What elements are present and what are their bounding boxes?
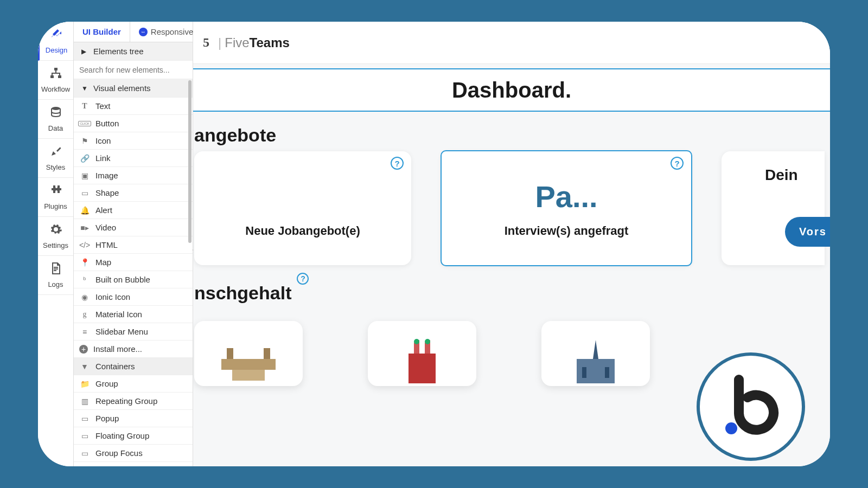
city-card-3[interactable]	[541, 321, 650, 386]
el-map[interactable]: 📍Map	[74, 254, 193, 271]
svg-point-11	[414, 339, 419, 344]
folder-icon: 📁	[79, 380, 90, 388]
link-icon: 🔗	[79, 154, 90, 163]
el-icon[interactable]: ⚑Icon	[74, 132, 193, 150]
text-icon: T	[79, 102, 90, 111]
app-window: Design Workflow Data Styles Plugins	[38, 22, 830, 466]
alert-icon: 🔔	[79, 206, 90, 215]
monument-icon	[216, 337, 281, 386]
svg-rect-2	[58, 75, 61, 78]
el-group[interactable]: 📁Group	[74, 375, 193, 393]
caret-right-icon: ▶	[81, 48, 88, 55]
svg-rect-5	[227, 348, 233, 359]
svg-rect-8	[409, 354, 436, 383]
containers-toggle[interactable]: ▼Containers	[74, 358, 193, 375]
tab-responsive[interactable]: ↔ Responsive	[130, 22, 202, 42]
svg-rect-16	[605, 367, 609, 378]
styles-icon	[49, 145, 62, 161]
rail-styles[interactable]: Styles	[38, 139, 73, 178]
el-html[interactable]: </>HTML	[74, 236, 193, 254]
rail-workflow[interactable]: Workflow	[38, 61, 73, 100]
menu-icon: ≡	[79, 328, 90, 336]
el-link[interactable]: 🔗Link	[74, 150, 193, 167]
visual-elements-toggle[interactable]: ▼ Visual elements	[74, 79, 193, 98]
el-alert[interactable]: 🔔Alert	[74, 202, 193, 219]
ionic-icon: ◉	[79, 293, 90, 301]
panel-tabs: UI Builder ↔ Responsive	[74, 22, 193, 42]
bubble-b-icon: ᵇ	[79, 275, 90, 284]
city-card-2[interactable]	[368, 321, 476, 386]
el-image[interactable]: ▣Image	[74, 167, 193, 184]
elements-tree-toggle[interactable]: ▶ Elements tree	[74, 42, 193, 61]
preview-button[interactable]: Vors	[785, 217, 830, 247]
repeating-group-icon: ▥	[79, 397, 90, 406]
el-floating-group[interactable]: ▭Floating Group	[74, 427, 193, 445]
plugins-icon	[49, 184, 62, 200]
svg-point-12	[425, 339, 430, 344]
svg-point-17	[725, 422, 737, 434]
dashboard-title: Dashboard.	[452, 78, 571, 102]
el-group-focus[interactable]: ▭Group Focus	[74, 445, 193, 462]
flag-icon: ⚑	[79, 137, 90, 145]
el-repeating-group[interactable]: ▥Repeating Group	[74, 393, 193, 410]
city-card-1[interactable]	[194, 321, 303, 386]
card-label: Interview(s) angefragt	[505, 224, 629, 238]
card-your-profile[interactable]: Dein Vors	[722, 151, 825, 265]
el-button[interactable]: CLICKButton	[74, 115, 193, 132]
card-label: Neue Jobangebot(e)	[245, 224, 360, 238]
workflow-icon	[49, 67, 62, 83]
section-angebote-title: angebote	[194, 112, 830, 151]
help-icon[interactable]: ?	[391, 157, 404, 170]
help-icon[interactable]: ?	[671, 157, 684, 170]
el-text[interactable]: TText	[74, 98, 193, 115]
image-icon: ▣	[79, 171, 90, 180]
elements-panel: UI Builder ↔ Responsive ▶ Elements tree …	[74, 22, 193, 466]
rail-data[interactable]: Data	[38, 100, 73, 139]
svg-rect-0	[54, 68, 58, 70]
brand-mark: 5	[203, 35, 210, 50]
caret-down-icon: ▼	[81, 85, 88, 92]
svg-rect-1	[50, 75, 54, 78]
rail-design[interactable]: Design	[38, 22, 73, 61]
logs-icon	[49, 262, 62, 278]
el-popup[interactable]: ▭Popup	[74, 410, 193, 427]
caret-down-icon: ▼	[79, 362, 90, 371]
element-search-input[interactable]	[79, 66, 187, 74]
element-search[interactable]	[74, 61, 193, 79]
el-slidebar-menu[interactable]: ≡Slidebar Menu	[74, 323, 193, 341]
church-icon	[390, 337, 455, 386]
el-material-icon[interactable]: gMaterial Icon	[74, 306, 193, 323]
video-icon: ■▸	[79, 223, 90, 232]
plus-circle-icon: +	[79, 345, 88, 354]
data-icon	[49, 106, 62, 122]
rail-settings[interactable]: Settings	[38, 217, 73, 256]
el-ionic-icon[interactable]: ◉Ionic Icon	[74, 288, 193, 306]
rail-logs[interactable]: Logs	[38, 256, 73, 295]
design-canvas[interactable]: 5 | FiveTeams Dashboard. angebote ? Neue…	[193, 22, 830, 466]
el-built-on-bubble[interactable]: ᵇBuilt on Bubble	[74, 271, 193, 288]
svg-marker-14	[593, 340, 598, 359]
settings-icon	[49, 223, 62, 239]
svg-rect-4	[221, 359, 276, 370]
rail-plugins[interactable]: Plugins	[38, 178, 73, 217]
panel-scrollbar[interactable]	[188, 42, 192, 466]
townhall-icon	[563, 337, 628, 386]
el-shape[interactable]: ▭Shape	[74, 184, 193, 202]
tab-ui-builder[interactable]: UI Builder	[74, 22, 130, 42]
svg-rect-15	[582, 367, 586, 378]
card-big-value: Pa...	[535, 179, 597, 214]
left-rail: Design Workflow Data Styles Plugins	[38, 22, 74, 466]
svg-rect-6	[264, 348, 270, 359]
scroll-thumb[interactable]	[188, 80, 192, 243]
group-focus-icon: ▭	[79, 449, 90, 458]
material-icon: g	[79, 310, 90, 319]
responsive-icon: ↔	[139, 28, 148, 36]
popup-icon: ▭	[79, 414, 90, 423]
svg-rect-7	[232, 370, 265, 381]
card-interviews-requested[interactable]: ? Pa... Interview(s) angefragt	[442, 151, 691, 265]
help-icon[interactable]: ?	[297, 273, 309, 285]
card-new-job-offers[interactable]: ? Neue Jobangebot(e)	[194, 151, 411, 265]
el-video[interactable]: ■▸Video	[74, 219, 193, 236]
element-list: TText CLICKButton ⚑Icon 🔗Link ▣Image ▭Sh…	[74, 98, 193, 466]
el-install-more[interactable]: +Install more...	[74, 341, 193, 358]
